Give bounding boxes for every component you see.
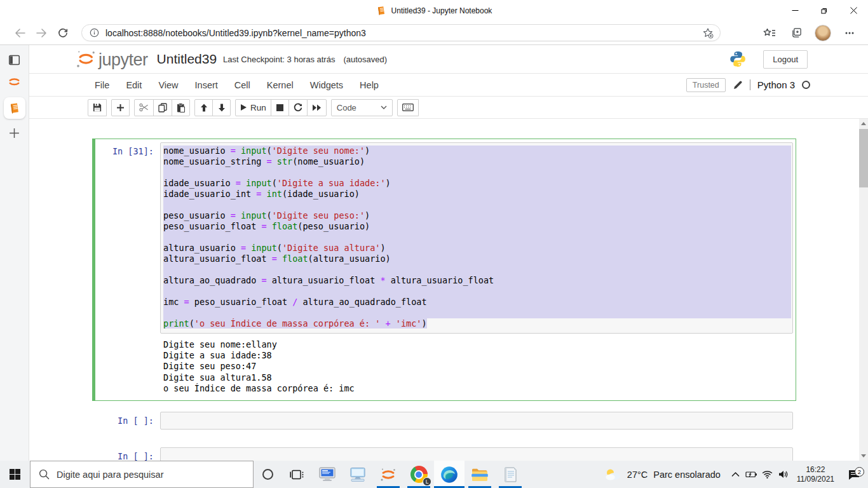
add-cell-button[interactable] — [111, 99, 130, 116]
restore-button[interactable] — [810, 0, 839, 21]
new-tab-icon[interactable] — [8, 127, 20, 139]
menu-edit[interactable]: Edit — [118, 80, 150, 90]
move-cell-up-button[interactable] — [194, 99, 213, 116]
copy-button[interactable] — [153, 99, 172, 116]
code-token: = — [184, 297, 194, 307]
refresh-button[interactable] — [52, 24, 74, 43]
vertical-tab-strip — [0, 45, 29, 461]
menu-insert[interactable]: Insert — [187, 80, 226, 90]
taskbar-chrome[interactable]: L — [403, 461, 434, 488]
empty-code-input[interactable] — [160, 412, 793, 430]
empty-code-input[interactable] — [160, 447, 793, 461]
move-cell-down-button[interactable] — [212, 99, 231, 116]
scroll-down-button[interactable] — [859, 451, 868, 461]
address-bar[interactable]: localhost:8888/notebooks/Untitled39.ipyn… — [81, 24, 721, 41]
taskbar-remote-desktop[interactable] — [312, 461, 342, 488]
code-line — [163, 167, 791, 178]
paste-button[interactable] — [172, 99, 190, 116]
cell-type-select[interactable]: Code — [331, 99, 393, 116]
tab-notebook-active[interactable] — [4, 97, 25, 119]
code-input-area[interactable]: nome_usuario = input('Digite seu nome:')… — [160, 142, 793, 334]
taskbar-notepad[interactable] — [495, 461, 526, 488]
code-token: print — [163, 318, 189, 329]
forward-button[interactable] — [31, 24, 52, 43]
code-line: altura_usuario = input('Digite sua altur… — [163, 243, 791, 254]
code-token: ) — [421, 318, 426, 329]
taskbar-weather[interactable]: 27°C Parc ensolarado — [597, 468, 728, 481]
page-scrollbar[interactable] — [859, 119, 868, 461]
menu-cell[interactable]: Cell — [226, 80, 259, 90]
back-button[interactable] — [9, 24, 31, 43]
taskbar-search[interactable] — [30, 461, 254, 488]
search-input[interactable] — [57, 470, 247, 480]
code-token: peso_usuario — [302, 221, 365, 231]
menu-view[interactable]: View — [150, 80, 186, 90]
taskbar-edge-active[interactable] — [434, 461, 465, 488]
menu-file[interactable]: File — [86, 80, 118, 90]
info-icon[interactable] — [90, 28, 99, 37]
taskbar: L 27°C Parc ensolarado 16:22 — [0, 461, 868, 488]
cell-type-value: Code — [337, 103, 356, 112]
favorites-button[interactable] — [757, 24, 782, 43]
tray-wifi[interactable] — [759, 461, 775, 488]
interrupt-kernel-button[interactable] — [271, 99, 289, 116]
restart-run-all-button[interactable] — [307, 99, 327, 116]
taskbar-computer[interactable] — [342, 461, 373, 488]
scroll-up-button[interactable] — [859, 119, 868, 128]
menu-kernel[interactable]: Kernel — [259, 80, 302, 90]
tab-jupyter-home-icon[interactable] — [7, 74, 22, 89]
favorites-icon — [763, 28, 776, 38]
code-token: 'imc' — [396, 318, 422, 329]
close-button[interactable] — [839, 0, 868, 21]
notebook-title[interactable]: Untitled39 — [157, 51, 217, 67]
tray-volume[interactable] — [775, 461, 791, 488]
ellipsis-icon — [845, 32, 854, 34]
cut-icon — [139, 103, 149, 112]
action-center-button[interactable]: 2 — [840, 469, 868, 480]
start-button[interactable] — [0, 461, 30, 488]
command-palette-button[interactable] — [397, 99, 419, 116]
code-token: peso_usuario_float — [194, 297, 292, 307]
notebook-book-icon — [376, 6, 386, 16]
edit-pencil-icon[interactable] — [733, 80, 743, 90]
url-text[interactable]: localhost:8888/notebooks/Untitled39.ipyn… — [105, 28, 696, 38]
empty-cell-2[interactable]: In [ ]: — [92, 444, 796, 461]
favorite-add-icon[interactable] — [702, 27, 714, 39]
code-lines[interactable]: nome_usuario = input('Digite seu nome:')… — [163, 146, 791, 329]
restart-kernel-button[interactable] — [288, 99, 308, 116]
code-line: peso_usuario = input('Digite seu peso:') — [163, 210, 791, 221]
task-view-button[interactable] — [281, 461, 312, 488]
jupyter-logo[interactable]: jupyter — [76, 50, 148, 69]
taskbar-explorer[interactable] — [465, 461, 495, 488]
browser-menu-button[interactable] — [837, 24, 862, 43]
code-token: peso_usuario_float — [163, 221, 261, 231]
run-label: Run — [250, 103, 266, 112]
logout-button[interactable]: Logout — [763, 50, 808, 69]
taskbar-clock[interactable]: 16:22 11/09/2021 — [791, 465, 840, 484]
output-line: Digite a sua idade:38 — [163, 350, 793, 361]
empty-cell-1[interactable]: In [ ]: — [92, 408, 796, 437]
scrollbar-thumb[interactable] — [859, 129, 868, 187]
run-button[interactable]: Run — [235, 99, 271, 116]
weather-desc: Parc ensolarado — [653, 470, 721, 480]
profile-button[interactable] — [811, 24, 835, 43]
menu-widgets[interactable]: Widgets — [302, 80, 351, 90]
menu-help[interactable]: Help — [351, 80, 387, 90]
code-token: imc — [163, 297, 184, 307]
trusted-badge[interactable]: Trusted — [686, 78, 726, 92]
minimize-button[interactable] — [780, 0, 810, 21]
cut-button[interactable] — [134, 99, 154, 116]
code-token: = — [272, 254, 282, 264]
tray-battery[interactable] — [743, 461, 759, 488]
tray-chevron-button[interactable] — [728, 461, 743, 488]
collections-button[interactable] — [784, 24, 808, 43]
code-cell-selected[interactable]: In [31]: nome_usuario = input('Digite se… — [92, 139, 796, 401]
taskbar-jupyter[interactable] — [373, 461, 403, 488]
code-token: input — [241, 210, 267, 220]
code-token: peso_usuario — [163, 210, 231, 220]
cortana-button[interactable] — [254, 461, 281, 488]
kernel-indicator-area: Trusted Python 3 — [686, 78, 810, 92]
code-token: ) — [355, 189, 360, 199]
tab-actions-icon[interactable] — [8, 54, 21, 66]
save-button[interactable] — [88, 99, 107, 116]
